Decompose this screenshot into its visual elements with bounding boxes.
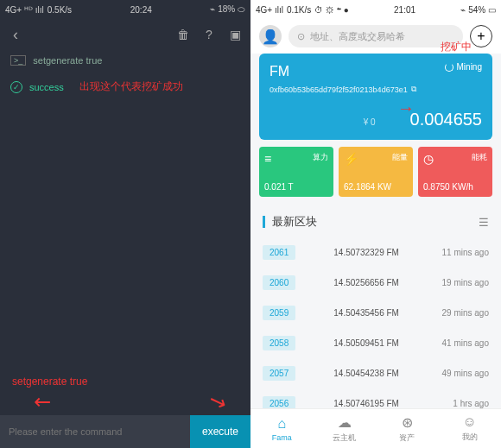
command-input[interactable] xyxy=(0,415,190,448)
block-row[interactable]: 205714.50454238 FM49 mins ago xyxy=(259,359,492,388)
block-number: 2057 xyxy=(263,366,295,381)
block-amount: 14.50435456 FM xyxy=(295,308,437,318)
arrow-annotation: ↘ xyxy=(206,387,230,415)
annotation-mining: 挖矿中 xyxy=(441,40,472,54)
block-time: 49 mins ago xyxy=(437,369,489,378)
stat-value: 0.021 T xyxy=(264,182,294,192)
annotation-hint: setgenerate true xyxy=(12,375,87,388)
section-header: 最新区块 ☰ xyxy=(259,205,492,238)
block-time: 19 mins ago xyxy=(437,278,489,287)
arrow-annotation: ↙ xyxy=(29,387,58,416)
block-amount: 14.50454238 FM xyxy=(295,369,437,378)
avatar[interactable]: 👤 xyxy=(259,25,282,47)
toolbar: ‹ 🗑 ? ▣ xyxy=(0,19,250,50)
spinner-icon xyxy=(445,63,453,72)
stat-label: 算力 xyxy=(313,152,328,163)
block-number: 2060 xyxy=(263,275,295,290)
tab-icon: ⌂ xyxy=(277,416,286,432)
tab-资产[interactable]: ⊛资产 xyxy=(376,409,439,448)
stat-icon: ◷ xyxy=(423,152,434,166)
stats-row: ≡算力0.021 T⚡能量62.1864 KW◷能耗0.8750 KW/h xyxy=(259,147,492,197)
tab-云主机[interactable]: ☁云主机 xyxy=(314,409,377,448)
block-number: 2058 xyxy=(263,336,295,350)
success-line: ✓ success 出现这个代表挖矿成功 xyxy=(0,71,250,103)
block-amount: 14.50509451 FM xyxy=(295,338,437,348)
stat-card[interactable]: ◷能耗0.8750 KW/h xyxy=(418,147,492,197)
stat-value: 62.1864 KW xyxy=(344,182,391,192)
copy-icon[interactable]: ⧉ xyxy=(411,85,416,94)
block-row[interactable]: 206114.50732329 FM11 mins ago xyxy=(259,238,492,267)
check-icon: ✓ xyxy=(10,81,22,93)
block-number: 2061 xyxy=(263,245,295,260)
block-row[interactable]: 205914.50435456 FM29 mins ago xyxy=(259,299,492,327)
tab-label: 云主机 xyxy=(333,432,356,444)
search-input[interactable]: ⊙ 地址、高度或交易哈希 xyxy=(289,25,463,47)
menu-icon[interactable]: ☰ xyxy=(479,216,489,229)
annotation-success: 出现这个代表挖矿成功 xyxy=(79,79,183,94)
block-row[interactable]: 205814.50509451 FM41 mins ago xyxy=(259,329,492,357)
wallet-card[interactable]: FM Mining 0xfb60b53b65dd79f2f52f0213b4d6… xyxy=(259,54,492,140)
stat-label: 能量 xyxy=(392,152,408,163)
balance: ¥ 00.004655 xyxy=(270,110,482,129)
block-number: 2056 xyxy=(263,396,295,408)
add-button[interactable]: + xyxy=(470,25,492,47)
stat-card[interactable]: ≡算力0.021 T xyxy=(259,147,333,197)
block-number: 2059 xyxy=(263,306,295,320)
command-line: >_ setgenerate true xyxy=(0,50,250,71)
tab-icon: ⊛ xyxy=(402,414,413,431)
stat-value: 0.8750 KW/h xyxy=(423,182,473,192)
block-time: 29 mins ago xyxy=(437,308,489,318)
trash-icon[interactable]: 🗑 xyxy=(174,26,192,43)
mining-status: Mining xyxy=(445,62,482,72)
stat-label: 能耗 xyxy=(472,152,487,163)
execute-button[interactable]: execute xyxy=(190,415,250,448)
arrow-annotation: → xyxy=(397,98,415,118)
status-bar: 4G+ ᴴᴰ ılıl0.5K/s 20:24 ⌁ 18% ⬭ xyxy=(0,0,250,19)
content: FM Mining 0xfb60b53b65dd79f2f52f0213b4d6… xyxy=(250,54,501,408)
tab-icon: ☺ xyxy=(463,414,477,430)
tab-Fama[interactable]: ⌂Fama xyxy=(250,409,314,448)
block-time: 1 hrs ago xyxy=(437,399,489,408)
tab-我的[interactable]: ☺我的 xyxy=(439,409,502,448)
search-icon: ⊙ xyxy=(297,31,305,42)
accent-bar xyxy=(263,216,265,228)
help-icon[interactable]: ? xyxy=(200,26,218,43)
block-time: 41 mins ago xyxy=(437,338,489,348)
tab-bar: ⌂Fama☁云主机⊛资产☺我的 xyxy=(250,408,501,448)
prompt-icon: >_ xyxy=(10,55,26,66)
tab-label: 资产 xyxy=(399,432,415,444)
block-amount: 14.50746195 FM xyxy=(295,399,437,408)
block-amount: 14.50256656 FM xyxy=(295,278,437,287)
tab-label: Fama xyxy=(272,433,292,442)
command-input-bar: execute xyxy=(0,415,250,448)
status-bar: 4G+ ılıl0.1K/s⏱ ⚙ ☁ ● 21:01 ⌁ 54% ▭ xyxy=(250,0,501,19)
block-time: 11 mins ago xyxy=(437,248,489,257)
block-row[interactable]: 206014.50256656 FM19 mins ago xyxy=(259,268,492,297)
tab-icon: ☁ xyxy=(338,414,352,431)
wallet-address: 0xfb60b53b65dd79f2f52f0213b4d673e1⧉ xyxy=(270,85,482,94)
back-icon[interactable]: ‹ xyxy=(7,26,24,43)
stat-card[interactable]: ⚡能量62.1864 KW xyxy=(339,147,413,197)
stat-icon: ⚡ xyxy=(344,152,358,166)
block-row[interactable]: 205614.50746195 FM1 hrs ago xyxy=(259,389,492,408)
wallet-screen: 4G+ ılıl0.1K/s⏱ ⚙ ☁ ● 21:01 ⌁ 54% ▭ 👤 ⊙ … xyxy=(250,0,501,448)
stat-icon: ≡ xyxy=(264,152,271,166)
terminal-icon[interactable]: ▣ xyxy=(226,26,244,43)
tab-label: 我的 xyxy=(462,432,478,443)
block-amount: 14.50732329 FM xyxy=(295,248,437,257)
terminal-screen: 4G+ ᴴᴰ ılıl0.5K/s 20:24 ⌁ 18% ⬭ ‹ 🗑 ? ▣ … xyxy=(0,0,250,448)
block-list: 206114.50732329 FM11 mins ago206014.5025… xyxy=(259,238,492,408)
